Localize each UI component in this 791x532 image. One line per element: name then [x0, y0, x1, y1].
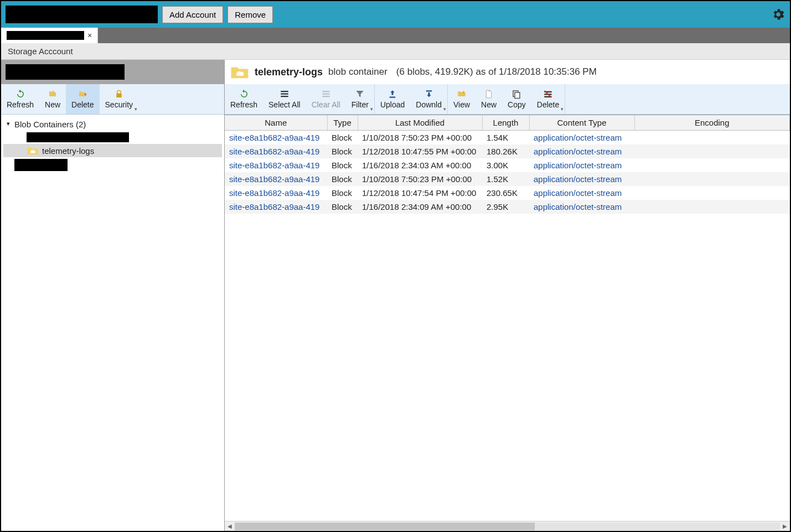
tree-item-redacted-label [27, 132, 129, 142]
cell-type: Block [327, 172, 358, 186]
cloud-folder-icon [230, 64, 249, 80]
cell-name: site-e8a1b682-a9aa-419 [225, 200, 327, 214]
cell-content-type: application/octet-stream [529, 186, 634, 200]
container-header: telemetry-logs blob container (6 blobs, … [225, 60, 790, 84]
svg-rect-6 [322, 96, 330, 97]
horizontal-scrollbar[interactable]: ◀ ▶ [225, 521, 790, 531]
scroll-track[interactable] [235, 523, 780, 530]
left-security-button[interactable]: Security ▾ [100, 84, 139, 114]
table-row[interactable]: site-e8a1b682-a9aa-419Block1/10/2018 7:5… [225, 131, 790, 145]
toolbar-label: Clear All [312, 100, 340, 109]
table-row[interactable]: site-e8a1b682-a9aa-419Block1/16/2018 2:3… [225, 200, 790, 214]
container-tree: Blob Containers (2) telemetry-logs [1, 115, 224, 531]
new-file-icon [483, 89, 494, 99]
dropdown-caret-icon[interactable]: ▾ [443, 106, 446, 112]
col-type[interactable]: Type [327, 115, 358, 131]
scroll-right-icon[interactable]: ▶ [780, 523, 790, 529]
cell-encoding [634, 144, 790, 158]
svg-rect-9 [515, 92, 520, 99]
refresh-icon [15, 89, 26, 99]
delete-blob-button[interactable]: Delete ▾ [531, 84, 565, 114]
col-last-modified[interactable]: Last Modified [358, 115, 482, 131]
cell-content-type: application/octet-stream [529, 158, 634, 172]
filter-button[interactable]: Filter ▾ [346, 84, 374, 114]
cell-length: 180.26K [482, 144, 529, 158]
dropdown-caret-icon[interactable]: ▾ [135, 106, 137, 112]
add-account-button[interactable]: Add Account [162, 6, 223, 23]
left-toolbar: Refresh New × Delete Security ▾ [1, 84, 224, 115]
topbar: Add Account Remove [1, 1, 790, 28]
cell-encoding [634, 186, 790, 200]
tab-strip: × [1, 28, 790, 43]
main-area: Refresh New × Delete Security ▾ [1, 60, 790, 531]
col-content-type[interactable]: Content Type [529, 115, 634, 131]
right-refresh-button[interactable]: Refresh [225, 84, 263, 114]
toolbar-label: Delete [537, 100, 559, 109]
account-subheader-redacted [6, 64, 125, 80]
account-subheader [1, 60, 224, 84]
cell-name: site-e8a1b682-a9aa-419 [225, 144, 327, 158]
tree-item-redacted-1[interactable] [3, 131, 222, 144]
table-row[interactable]: site-e8a1b682-a9aa-419Block1/12/2018 10:… [225, 186, 790, 200]
select-all-button[interactable]: Select All [263, 84, 306, 114]
view-button[interactable]: View [448, 84, 475, 114]
new-folder-icon [47, 89, 58, 99]
cell-content-type: application/octet-stream [529, 144, 634, 158]
copy-button[interactable]: Copy [502, 84, 531, 114]
upload-button[interactable]: Upload [375, 84, 410, 114]
cell-encoding [634, 200, 790, 214]
scroll-left-icon[interactable]: ◀ [225, 523, 235, 529]
dropdown-caret-icon[interactable]: ▾ [561, 106, 563, 112]
tab-close-icon[interactable]: × [87, 31, 92, 40]
cell-modified: 1/12/2018 10:47:54 PM +00:00 [358, 186, 482, 200]
tree-item-redacted-label [14, 159, 68, 171]
table-row[interactable]: site-e8a1b682-a9aa-419Block1/12/2018 10:… [225, 144, 790, 158]
cell-encoding [634, 131, 790, 145]
toolbar-label: Downld [416, 100, 442, 109]
cell-modified: 1/16/2018 2:34:03 AM +00:00 [358, 158, 482, 172]
left-panel: Refresh New × Delete Security ▾ [1, 60, 225, 531]
toolbar-label: Refresh [7, 100, 34, 109]
blob-table: Name Type Last Modified Length Content T… [225, 115, 790, 214]
tree-item-redacted-2[interactable] [3, 157, 222, 173]
filter-icon [354, 89, 365, 99]
new-blob-button[interactable]: New [475, 84, 502, 114]
active-tab[interactable]: × [1, 28, 98, 43]
left-new-button[interactable]: New [39, 84, 66, 114]
toolbar-label: Security [105, 100, 133, 109]
dropdown-caret-icon[interactable]: ▾ [370, 106, 373, 112]
remove-account-button[interactable]: Remove [228, 6, 273, 23]
col-length[interactable]: Length [482, 115, 529, 131]
download-button[interactable]: Downld ▾ [410, 84, 447, 114]
cell-length: 2.95K [482, 200, 529, 214]
toolbar-label: Select All [268, 100, 301, 109]
svg-rect-2 [281, 94, 288, 95]
left-delete-button[interactable]: × Delete [66, 84, 99, 114]
left-refresh-button[interactable]: Refresh [1, 84, 39, 114]
right-panel: telemetry-logs blob container (6 blobs, … [225, 60, 790, 531]
cell-modified: 1/12/2018 10:47:55 PM +00:00 [358, 144, 482, 158]
cell-name: site-e8a1b682-a9aa-419 [225, 158, 327, 172]
copy-icon [511, 89, 522, 99]
table-row[interactable]: site-e8a1b682-a9aa-419Block1/16/2018 2:3… [225, 158, 790, 172]
cell-name: site-e8a1b682-a9aa-419 [225, 186, 327, 200]
tree-item-telemetry-logs[interactable]: telemetry-logs [3, 144, 222, 157]
container-meta: (6 blobs, 419.92K) as of 1/18/2018 10:35… [396, 66, 597, 78]
cell-modified: 1/16/2018 2:34:09 AM +00:00 [358, 200, 482, 214]
svg-rect-5 [322, 94, 330, 95]
cell-content-type: application/octet-stream [529, 200, 634, 214]
right-toolbar: Refresh Select All Clear All Filter ▾ [225, 84, 790, 115]
col-encoding[interactable]: Encoding [634, 115, 790, 131]
tree-header-blob-containers[interactable]: Blob Containers (2) [3, 118, 222, 131]
cell-modified: 1/10/2018 7:50:23 PM +00:00 [358, 172, 482, 186]
clear-all-button[interactable]: Clear All [306, 84, 346, 114]
view-icon [456, 89, 467, 99]
cell-length: 230.65K [482, 186, 529, 200]
settings-gear-icon[interactable] [771, 7, 785, 22]
table-row[interactable]: site-e8a1b682-a9aa-419Block1/10/2018 7:5… [225, 172, 790, 186]
svg-point-7 [462, 91, 464, 94]
svg-rect-4 [322, 91, 330, 92]
col-name[interactable]: Name [225, 115, 327, 131]
scroll-thumb[interactable] [235, 523, 535, 530]
cell-length: 3.00K [482, 158, 529, 172]
